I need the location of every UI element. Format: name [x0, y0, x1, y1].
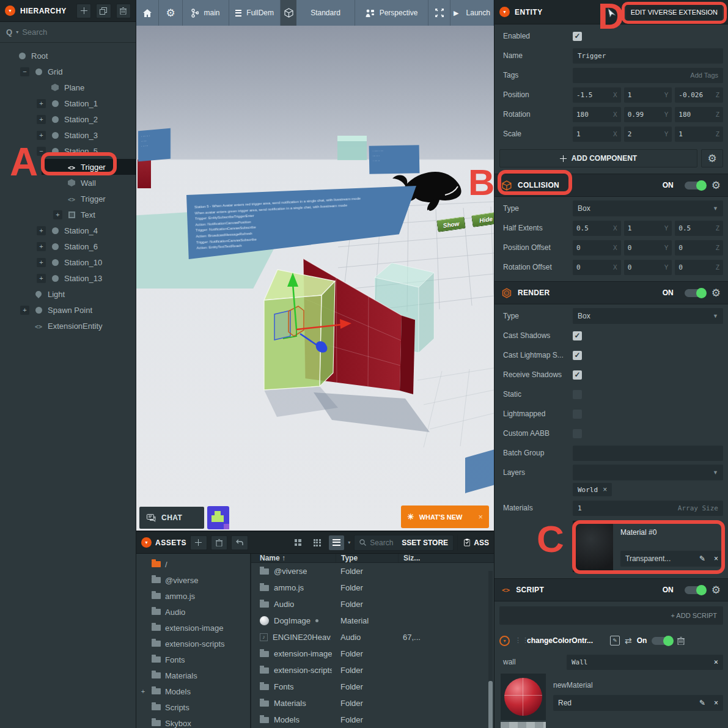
asset-row[interactable]: Fonts Folder — [251, 678, 494, 695]
launch-button[interactable]: ▶ Launch — [450, 0, 494, 26]
asset-folder-item[interactable]: Fonts — [136, 652, 250, 667]
add-script-button[interactable]: + ADD SCRIPT — [499, 606, 723, 625]
checkbox[interactable]: ✓ — [573, 410, 582, 419]
number-field[interactable]: -0.026Z — [675, 87, 723, 103]
trash-icon[interactable] — [677, 637, 685, 645]
number-field[interactable]: 0.5Z — [675, 221, 723, 236]
number-field[interactable]: 0X — [573, 260, 621, 275]
asset-row[interactable]: ENGINE20Heav... Audio 67,... — [251, 629, 494, 645]
scene-picker-button[interactable]: FullDem — [229, 0, 281, 26]
asset-row[interactable]: ammo.js Folder — [251, 579, 494, 596]
asset-folder-item[interactable]: / — [136, 556, 250, 572]
asset-folder-item[interactable]: Scripts — [136, 699, 250, 715]
duplicate-entity-button[interactable] — [96, 4, 111, 18]
expand-toggle-icon[interactable]: + — [37, 131, 46, 140]
number-field[interactable]: 0.5X — [573, 221, 621, 236]
expand-toggle-icon[interactable]: + — [37, 226, 46, 235]
expand-toggle-icon[interactable]: + — [139, 688, 147, 695]
tags-input[interactable]: Add Tags — [573, 68, 723, 83]
hierarchy-item[interactable]: Plane — [0, 79, 136, 95]
expand-toggle-icon[interactable] — [53, 194, 62, 204]
expand-toggle-icon[interactable]: + — [37, 99, 46, 108]
hierarchy-item[interactable]: ExtensionEntity — [0, 318, 136, 334]
asset-folder-item[interactable]: Skybox — [136, 715, 250, 728]
remove-icon[interactable]: × — [714, 658, 718, 666]
asset-row[interactable]: extension-image Folder — [251, 645, 494, 662]
asset-search-box[interactable]: SSET STORE — [354, 535, 454, 551]
checkbox[interactable]: ✓ — [573, 331, 582, 340]
viewport-panel[interactable]: ⚙ main FullDem Standard Perspective ▶ La… — [136, 0, 494, 531]
asset-row[interactable]: @viverse Folder — [251, 563, 494, 579]
asset-folder-item[interactable]: + Models — [136, 683, 250, 699]
entity-settings-button[interactable]: ⚙ — [701, 149, 723, 167]
number-field[interactable]: -1.5X — [573, 87, 621, 103]
checkbox[interactable]: ✓ — [573, 429, 582, 438]
material-asset-field[interactable]: Red ✎ × — [553, 695, 723, 711]
hierarchy-item[interactable]: + Station_13 — [0, 270, 136, 286]
scene-canvas[interactable]: · ··· ·· ··· ···· ·· ··· · ···· · ······… — [136, 26, 494, 531]
asset-row[interactable]: DogImage Material — [251, 612, 494, 629]
number-field[interactable]: 2Y — [624, 127, 672, 142]
expand-toggle-icon[interactable]: + — [37, 242, 46, 251]
camera-mode-button[interactable]: Perspective — [355, 0, 428, 26]
asset-search-input[interactable] — [370, 539, 398, 547]
remove-icon[interactable]: × — [714, 699, 718, 707]
number-field[interactable]: 1Z — [675, 127, 723, 142]
render-toggle[interactable] — [685, 289, 705, 297]
chat-button[interactable]: CHAT — [139, 507, 204, 529]
close-icon[interactable]: × — [478, 512, 483, 521]
hierarchy-item[interactable]: + Station_4 — [0, 222, 136, 238]
number-field[interactable]: 0Z — [675, 260, 723, 275]
hierarchy-item[interactable]: + Station_1 — [0, 95, 136, 111]
hierarchy-item[interactable]: + Station_10 — [0, 254, 136, 270]
expand-toggle-icon[interactable]: + — [37, 115, 46, 124]
expand-toggle-icon[interactable]: + — [53, 210, 62, 219]
delete-entity-button[interactable] — [116, 4, 131, 18]
asset-folder-item[interactable]: ammo.js — [136, 588, 250, 604]
hierarchy-search-input[interactable] — [22, 28, 101, 37]
materials-array-size-input[interactable]: 1 Array Size — [573, 501, 723, 516]
asset-row[interactable]: extension-scripts Folder — [251, 662, 494, 678]
add-asset-button[interactable] — [190, 535, 207, 550]
list-view-button[interactable] — [329, 535, 345, 550]
wall-entity-field[interactable]: Wall × — [567, 655, 723, 670]
script-toggle[interactable] — [685, 586, 705, 594]
number-field[interactable]: 1Y — [624, 221, 672, 236]
asset-row[interactable]: Models Folder — [251, 711, 494, 728]
asset-row[interactable]: Audio Folder — [251, 596, 494, 612]
thumb-view-small-button[interactable] — [290, 535, 306, 550]
gear-icon[interactable]: ⚙ — [711, 180, 721, 191]
asset-folder-item[interactable]: @viverse — [136, 572, 250, 588]
batch-group-input[interactable] — [573, 446, 723, 461]
panel-menu-icon[interactable]: ▾ — [141, 537, 152, 548]
script-section-header[interactable]: <> SCRIPT ON ⚙ — [495, 578, 728, 601]
render-section-header[interactable]: RENDER ON ⚙ — [495, 281, 728, 304]
expand-toggle-icon[interactable] — [53, 178, 62, 188]
panel-menu-icon[interactable]: ▾ — [499, 7, 510, 17]
add-component-button[interactable]: ADD COMPONENT — [499, 149, 697, 167]
whats-new-button[interactable]: ☀ WHAT'S NEW × — [401, 506, 489, 528]
edit-script-icon[interactable]: ✎ — [610, 636, 620, 645]
scrollbar-thumb[interactable] — [488, 681, 493, 728]
branch-button[interactable]: main — [183, 0, 229, 26]
column-name[interactable]: Name ↑ — [251, 554, 336, 562]
collision-toggle[interactable] — [685, 182, 705, 189]
script-item-toggle[interactable] — [652, 637, 672, 645]
material-preview-thumbnail[interactable] — [501, 674, 546, 720]
drag-handle[interactable]: ⋮⋮ — [515, 638, 522, 644]
column-size[interactable]: Siz... — [398, 554, 494, 562]
edit-pencil-icon[interactable]: ✎ — [699, 699, 705, 707]
hierarchy-item[interactable]: + Spawn Point — [0, 302, 136, 318]
number-field[interactable]: 0Y — [624, 240, 672, 256]
expand-toggle-icon[interactable] — [20, 290, 29, 299]
asset-folder-item[interactable]: Materials — [136, 667, 250, 683]
hierarchy-item[interactable]: + Text — [0, 207, 136, 222]
render-type-select[interactable]: Box▼ — [573, 308, 723, 324]
pixel-avatar-icon[interactable] — [207, 506, 229, 529]
scrollbar[interactable] — [488, 571, 493, 728]
column-type[interactable]: Type — [336, 554, 398, 562]
checkbox[interactable]: ✓ — [573, 390, 582, 399]
layers-select[interactable]: ▼ — [573, 465, 723, 480]
expand-toggle-icon[interactable] — [37, 83, 46, 92]
asset-store-button[interactable]: ASS — [457, 535, 489, 551]
